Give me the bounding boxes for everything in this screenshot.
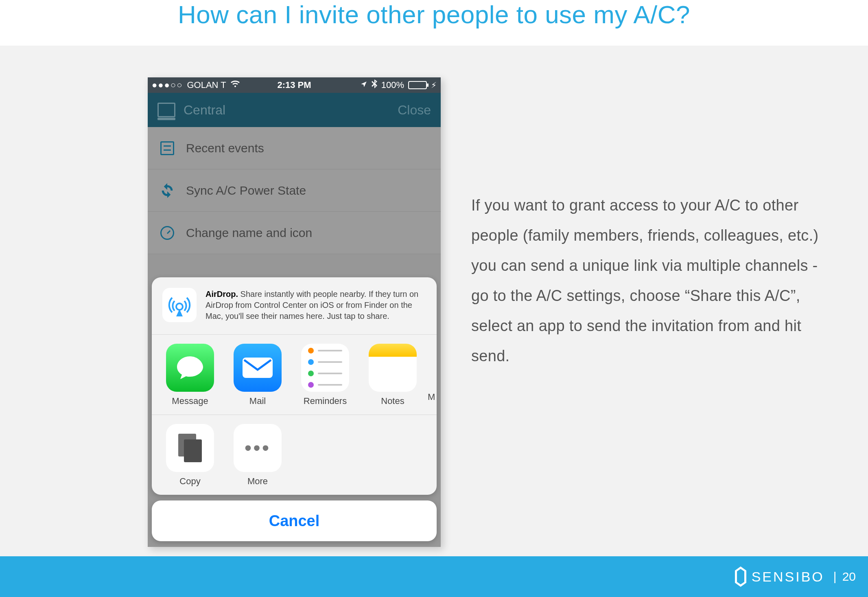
share-action-copy[interactable]: Copy: [157, 424, 223, 487]
ios-status-bar: ●●●○○ GOLAN T 2:13 PM 100%: [148, 77, 441, 93]
phone-screenshot: ●●●○○ GOLAN T 2:13 PM 100%: [148, 77, 441, 547]
cancel-button[interactable]: Cancel: [152, 500, 437, 541]
copy-icon: [166, 424, 214, 472]
slide: How can I invite other people to use my …: [0, 0, 868, 597]
description-block: If you want to grant access to your A/C …: [471, 190, 825, 371]
svg-point-0: [176, 303, 183, 310]
slide-body: If you want to grant access to your A/C …: [0, 46, 868, 556]
airdrop-row[interactable]: AirDrop. Share instantly with people nea…: [152, 277, 437, 334]
share-apps-row[interactable]: Message Mail: [152, 335, 437, 415]
sensibo-logo-icon: [734, 566, 748, 587]
share-app-notes[interactable]: Notes: [360, 344, 425, 406]
share-app-peek[interactable]: M: [428, 344, 437, 406]
slide-footer: SENSIBO | 20: [0, 556, 868, 597]
share-app-message[interactable]: Message: [157, 344, 223, 406]
share-action-label: Copy: [157, 476, 223, 487]
share-app-reminders[interactable]: Reminders: [293, 344, 358, 406]
share-app-mail[interactable]: Mail: [225, 344, 290, 406]
reminders-icon: [301, 344, 349, 392]
battery-icon: [408, 81, 427, 89]
footer-page-number: 20: [842, 570, 856, 584]
airdrop-bold: AirDrop.: [206, 290, 238, 298]
airdrop-description: AirDrop. Share instantly with people nea…: [206, 289, 426, 322]
share-app-label: Reminders: [293, 396, 358, 406]
messages-icon: [166, 344, 214, 392]
share-action-label: More: [225, 476, 290, 487]
description-text: If you want to grant access to your A/C …: [471, 190, 825, 371]
cancel-label: Cancel: [269, 512, 320, 530]
footer-separator: |: [833, 570, 837, 584]
more-icon: •••: [234, 424, 282, 472]
notes-icon: [369, 344, 417, 392]
slide-title: How can I invite other people to use my …: [178, 0, 690, 29]
mail-icon: [234, 344, 282, 392]
share-action-more[interactable]: ••• More: [225, 424, 290, 487]
ios-share-sheet: AirDrop. Share instantly with people nea…: [152, 277, 437, 541]
share-app-label: Mail: [225, 396, 290, 406]
share-app-peek-label: M: [428, 392, 437, 402]
share-app-label: Message: [157, 396, 223, 406]
svg-rect-1: [243, 358, 273, 378]
airdrop-icon: [162, 288, 197, 322]
title-bar: How can I invite other people to use my …: [0, 0, 868, 46]
clock-label: 2:13 PM: [148, 80, 441, 90]
share-app-label: Notes: [360, 396, 425, 406]
footer-logo: SENSIBO: [734, 566, 824, 587]
share-actions-row[interactable]: Copy ••• More: [152, 415, 437, 495]
footer-brand: SENSIBO: [752, 569, 824, 585]
